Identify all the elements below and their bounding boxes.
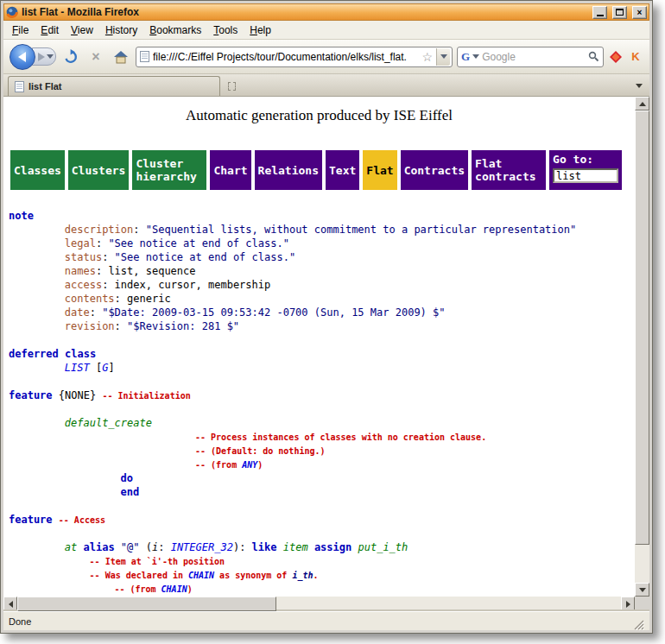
minimize-button[interactable] <box>592 6 607 19</box>
close-button[interactable]: × <box>632 6 647 19</box>
code-line: default_create <box>9 416 635 430</box>
code-line: -- Was declared in CHAIN as synonym of i… <box>9 568 635 582</box>
menu-item-tools[interactable]: Tools <box>207 22 244 39</box>
window-title: list Flat - Mozilla Firefox <box>22 6 587 18</box>
reload-button[interactable] <box>60 46 81 68</box>
home-icon <box>113 50 129 64</box>
nav-tile-flat-contracts[interactable]: Flat contracts <box>472 150 546 190</box>
red-addon-icon[interactable] <box>608 48 624 66</box>
nav-tile-classes[interactable]: Classes <box>10 150 65 190</box>
horizontal-scrollbar[interactable] <box>3 597 649 611</box>
bookmark-star-icon[interactable]: ☆ <box>421 51 433 63</box>
url-text: file:///C:/Eiffel Projects/tour/Document… <box>153 51 418 63</box>
close-icon: × <box>637 8 643 17</box>
navigation-toolbar: × file:///C:/Eiffel Projects/tour/Docume… <box>3 40 649 74</box>
vertical-scroll-thumb[interactable] <box>635 110 649 545</box>
history-dropdown-icon <box>47 54 54 59</box>
k-letter-icon: K <box>631 50 639 63</box>
nav-tile-text[interactable]: Text <box>326 150 359 190</box>
chevron-down-icon <box>440 54 447 59</box>
search-engine-dropdown-icon[interactable] <box>472 54 479 59</box>
nav-tile-relations[interactable]: Relations <box>255 150 322 190</box>
horizontal-scroll-thumb[interactable] <box>17 597 276 611</box>
right-arrow-icon <box>626 601 630 608</box>
google-logo-icon: G <box>461 51 470 62</box>
menu-item-file[interactable]: File <box>6 22 35 39</box>
code-line: revision: "$Revision: 281 $" <box>9 319 635 333</box>
minimize-icon <box>597 15 604 16</box>
code-line <box>9 333 635 347</box>
resize-grip[interactable] <box>633 619 644 630</box>
menu-bar: FileEditViewHistoryBookmarksToolsHelp <box>3 21 649 40</box>
code-line: contents: generic <box>9 292 635 306</box>
code-line: -- (Default: do nothing.) <box>9 444 635 458</box>
scroll-up-button[interactable] <box>635 97 649 110</box>
vertical-scrollbar[interactable] <box>635 97 649 597</box>
home-button[interactable] <box>111 46 131 68</box>
code-block: notedescription: "Sequential lists, with… <box>3 209 635 596</box>
code-line <box>9 527 635 540</box>
code-line: names: list, sequence <box>9 264 635 278</box>
maximize-button[interactable] <box>612 6 627 19</box>
goto-tile: Go to: <box>549 150 622 190</box>
maximize-icon <box>616 9 624 16</box>
code-line: note <box>9 209 635 223</box>
code-line: -- Process instances of classes with no … <box>9 430 635 444</box>
reload-icon <box>63 49 79 65</box>
nav-tile-contracts[interactable]: Contracts <box>401 150 468 190</box>
nav-tiles: ClassesClustersCluster hierarchyChartRel… <box>10 150 546 190</box>
tab-list-flat[interactable]: list Flat <box>8 76 220 96</box>
scroll-left-button[interactable] <box>3 597 17 611</box>
stop-button[interactable]: × <box>86 46 106 68</box>
forward-arrow-icon <box>38 53 45 61</box>
tab-bar: list Flat <box>3 74 649 97</box>
code-line: -- (from CHAIN) <box>9 582 635 596</box>
stop-icon: × <box>92 50 99 64</box>
menu-item-view[interactable]: View <box>65 22 99 39</box>
vertical-scroll-track[interactable] <box>635 110 649 583</box>
firefox-icon <box>6 6 18 18</box>
search-input[interactable]: Google <box>482 51 586 63</box>
forward-button[interactable] <box>32 47 56 66</box>
code-line: status: "See notice at end of class." <box>9 250 635 264</box>
code-line: legal: "See notice at end of class." <box>9 237 635 250</box>
location-bar[interactable]: file:///C:/Eiffel Projects/tour/Document… <box>136 47 453 67</box>
code-line: end <box>9 485 635 499</box>
nav-tile-clusters[interactable]: Clusters <box>68 150 130 190</box>
code-line: at alias "@" (i: INTEGER_32): like item … <box>9 540 635 554</box>
back-button[interactable] <box>10 44 35 70</box>
goto-input[interactable] <box>553 168 618 183</box>
location-dropdown-button[interactable] <box>436 48 450 66</box>
nav-tile-cluster-hierarchy[interactable]: Cluster hierarchy <box>132 150 206 190</box>
code-line: feature -- Access <box>9 513 635 527</box>
search-icon[interactable] <box>588 51 599 62</box>
code-line <box>9 499 635 513</box>
code-line: access: index, cursor, membership <box>9 278 635 292</box>
page-icon <box>140 51 149 62</box>
code-line <box>9 402 635 416</box>
up-arrow-icon <box>639 102 646 106</box>
nav-tile-flat[interactable]: Flat <box>363 150 396 190</box>
nav-tile-chart[interactable]: Chart <box>210 150 250 190</box>
page-content: Automatic generation produced by ISE Eif… <box>3 97 635 597</box>
list-all-tabs-button[interactable] <box>631 76 647 95</box>
horizontal-scroll-track[interactable] <box>17 597 621 611</box>
menu-item-bookmarks[interactable]: Bookmarks <box>143 22 207 39</box>
k-addon-icon[interactable]: K <box>628 48 643 66</box>
menu-item-help[interactable]: Help <box>244 22 277 39</box>
search-bar[interactable]: G Google <box>457 47 604 67</box>
scrollbar-corner <box>635 597 649 611</box>
goto-label: Go to: <box>553 153 593 166</box>
menu-item-edit[interactable]: Edit <box>35 22 65 39</box>
tab-label: list Flat <box>28 81 62 92</box>
firefox-window: list Flat - Mozilla Firefox × FileEditVi… <box>0 0 653 634</box>
menu-item-history[interactable]: History <box>99 22 143 39</box>
new-tab-icon <box>228 82 236 91</box>
code-line: feature {NONE} -- Initialization <box>9 388 635 402</box>
scroll-right-button[interactable] <box>621 597 635 611</box>
chevron-down-icon <box>636 84 643 88</box>
back-arrow-icon <box>18 52 26 62</box>
scroll-down-button[interactable] <box>635 583 649 597</box>
title-bar: list Flat - Mozilla Firefox × <box>3 3 649 21</box>
new-tab-button[interactable] <box>223 78 240 95</box>
